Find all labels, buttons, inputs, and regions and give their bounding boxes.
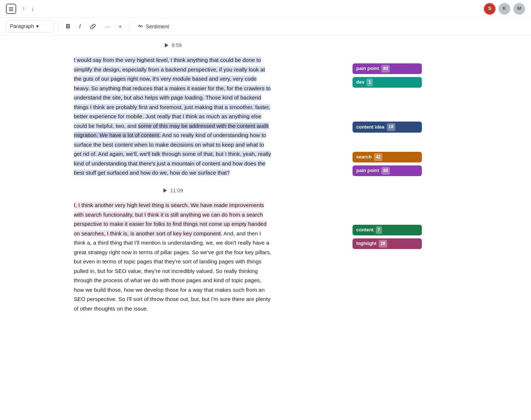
avatar-k[interactable]: K: [499, 3, 510, 15]
tag-search[interactable]: search 42: [353, 152, 422, 162]
tag-highlight[interactable]: highlight 28: [353, 238, 422, 249]
sidebar: pain point 80 dev 1 content idea 18 sear…: [347, 35, 428, 420]
toolbar-divider: [58, 22, 59, 31]
tag-pain-point-1-count: 80: [381, 65, 390, 73]
tag-content[interactable]: content 7: [353, 225, 422, 235]
text-segment-1a: I would say from the very highest level,…: [74, 57, 271, 129]
sentiment-icon: [138, 24, 143, 29]
svg-rect-0: [9, 7, 13, 8]
tag-dev-1[interactable]: dev 1: [353, 77, 422, 88]
tag-highlight-label: highlight: [356, 240, 376, 248]
toolbar: Paragraph ▾ B I ··· + Sentiment: [0, 18, 531, 35]
timestamp-1: 9:59: [171, 41, 181, 49]
tag-pain-point-2[interactable]: pain point 80: [353, 165, 422, 176]
sentiment-button[interactable]: Sentiment: [134, 22, 173, 31]
sidebar-group-2: search 42 pain point 80: [353, 152, 422, 176]
nav-down-button[interactable]: ↓: [30, 5, 35, 13]
tag-pain-point-2-label: pain point: [356, 167, 379, 175]
tag-pain-point-2-count: 80: [381, 167, 390, 175]
play-icon-2: [163, 188, 167, 193]
tag-content-count: 7: [376, 226, 382, 234]
timestamp-row-1: 9:59: [0, 35, 347, 52]
nav-arrows: ↑ ↓: [21, 5, 35, 13]
bold-button[interactable]: B: [63, 22, 73, 31]
add-button[interactable]: +: [116, 22, 125, 31]
tag-dev-1-label: dev: [356, 78, 364, 86]
sidebar-group-2b: content 7 highlight 28: [353, 225, 422, 249]
tag-search-label: search: [356, 153, 372, 161]
avatar-m[interactable]: M: [513, 3, 525, 15]
tag-content-idea[interactable]: content idea 18: [353, 122, 422, 132]
tag-pain-point-1-label: pain point: [356, 65, 379, 73]
tag-content-idea-label: content idea: [356, 123, 385, 131]
avatar-s[interactable]: S: [484, 3, 496, 15]
play-button-2[interactable]: [163, 188, 167, 193]
nav-left: ↑ ↓: [6, 4, 35, 14]
play-icon-1: [165, 43, 169, 48]
top-nav: ↑ ↓ S K M: [0, 0, 531, 18]
menu-icon[interactable]: [6, 4, 16, 14]
svg-rect-2: [9, 10, 13, 11]
italic-button[interactable]: I: [76, 22, 84, 31]
toolbar-divider-2: [129, 22, 129, 31]
tag-dev-1-count: 1: [367, 78, 373, 86]
text-segment-1c: And so really kind of understanding how …: [74, 132, 271, 176]
more-button[interactable]: ···: [102, 22, 113, 31]
timestamp-row-2: 11:09: [0, 181, 347, 197]
sidebar-group-1b: content idea 18: [353, 122, 422, 132]
text-segment-2b: And, and then I think a, a third thing t…: [74, 230, 271, 312]
tag-highlight-count: 28: [379, 240, 387, 248]
tag-pain-point-1[interactable]: pain point 80: [353, 63, 422, 74]
tag-content-label: content: [356, 226, 374, 234]
text-block-1: I would say from the very highest level,…: [0, 52, 347, 181]
svg-rect-1: [9, 9, 13, 10]
content-area: 9:59 I would say from the very highest l…: [0, 35, 347, 420]
paragraph-label: Paragraph: [10, 22, 34, 30]
link-icon: [90, 23, 96, 30]
play-button-1[interactable]: [165, 43, 169, 48]
paragraph-select[interactable]: Paragraph ▾: [6, 20, 54, 32]
timestamp-2: 11:09: [170, 186, 183, 195]
tag-search-count: 42: [374, 153, 382, 161]
nav-right: S K M: [484, 3, 525, 15]
main-layout: 9:59 I would say from the very highest l…: [0, 35, 531, 420]
sentiment-label: Sentiment: [146, 24, 169, 29]
sidebar-group-1: pain point 80 dev 1: [353, 63, 422, 88]
text-block-2: I, I think another very high level thing…: [0, 197, 347, 316]
link-button[interactable]: [87, 22, 99, 31]
nav-up-button[interactable]: ↑: [21, 5, 27, 13]
chevron-down-icon: ▾: [36, 22, 39, 30]
tag-content-idea-count: 18: [387, 123, 395, 131]
